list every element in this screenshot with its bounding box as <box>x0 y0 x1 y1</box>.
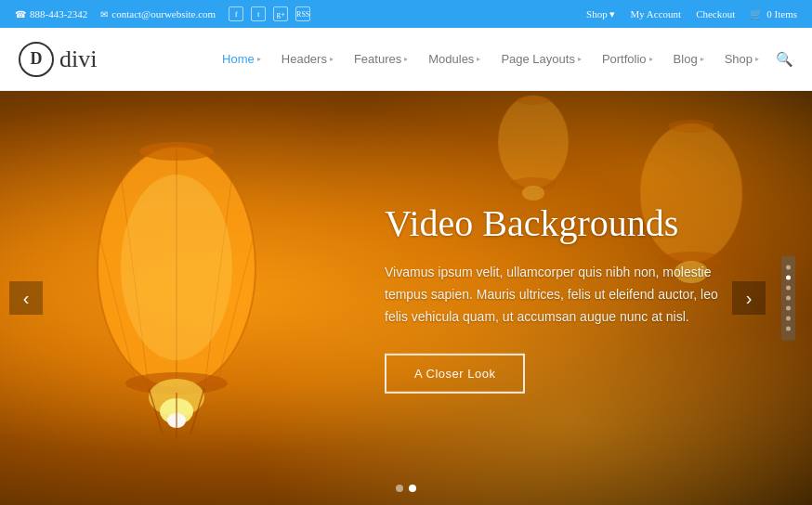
bg-lantern-top <box>487 91 580 202</box>
svg-point-12 <box>121 175 232 360</box>
vertical-dots <box>781 256 795 341</box>
facebook-icon[interactable]: f <box>229 6 243 21</box>
email-item: ✉ contact@ourwebsite.com <box>100 8 216 19</box>
vdot-4[interactable] <box>786 296 791 301</box>
nav-modules[interactable]: Modules ▸ <box>419 46 490 71</box>
logo-circle: D <box>19 42 54 77</box>
layouts-chevron: ▸ <box>578 55 582 63</box>
logo[interactable]: D divi <box>19 42 97 77</box>
shop-link[interactable]: Shop ▾ <box>586 8 615 20</box>
slide-description: Vivamus ipsum velit, ullamcorper quis ni… <box>385 262 738 328</box>
vdot-2[interactable] <box>786 276 791 280</box>
phone-item: ☎ 888-443-2342 <box>15 8 87 19</box>
logo-letter: D <box>31 49 43 69</box>
checkout-link[interactable]: Checkout <box>696 8 735 19</box>
cart-count: 0 Items <box>766 8 797 19</box>
cart-icon: 🛒 <box>750 8 763 20</box>
phone-icon: ☎ <box>15 9 26 19</box>
top-bar: ☎ 888-443-2342 ✉ contact@ourwebsite.com … <box>0 0 812 28</box>
search-icon[interactable]: 🔍 <box>776 51 793 68</box>
slide-dot-1[interactable] <box>396 485 403 492</box>
googleplus-icon[interactable]: g+ <box>273 6 288 21</box>
main-lantern <box>74 119 279 453</box>
hero-slider: ‹ Video Backgrounds Vivamus ipsum velit,… <box>0 91 812 505</box>
svg-point-7 <box>139 142 214 161</box>
nav-features[interactable]: Features ▸ <box>345 46 417 71</box>
phone-number: 888-443-2342 <box>30 8 87 19</box>
social-icons: f t g+ RSS <box>229 6 310 21</box>
nav-shop[interactable]: Shop ▸ <box>715 46 768 71</box>
nav-page-layouts[interactable]: Page Layouts ▸ <box>491 46 591 71</box>
logo-text: divi <box>59 45 97 73</box>
portfolio-chevron: ▸ <box>649 55 653 63</box>
slide-dots <box>396 485 416 492</box>
cart-wrap[interactable]: 🛒 0 Items <box>750 8 797 20</box>
rss-icon[interactable]: RSS <box>295 6 310 21</box>
slider-prev-button[interactable]: ‹ <box>9 281 43 315</box>
nav-portfolio[interactable]: Portfolio ▸ <box>593 46 662 71</box>
slide-dot-2[interactable] <box>409 485 416 492</box>
modules-chevron: ▸ <box>477 55 480 63</box>
home-chevron: ▸ <box>257 55 261 63</box>
shop-chevron: ▸ <box>755 55 759 63</box>
vdot-6[interactable] <box>786 317 791 321</box>
nav-links: Home ▸ Headers ▸ Features ▸ Modules ▸ Pa… <box>213 46 793 71</box>
headers-chevron: ▸ <box>330 55 334 63</box>
cta-button[interactable]: A Closer Look <box>385 354 525 394</box>
twitter-icon[interactable]: t <box>251 6 266 21</box>
nav-blog[interactable]: Blog ▸ <box>664 46 714 71</box>
nav-bar: D divi Home ▸ Headers ▸ Features ▸ Modul… <box>0 28 812 91</box>
mail-icon: ✉ <box>100 9 108 19</box>
slide-content: Video Backgrounds Vivamus ipsum velit, u… <box>385 202 738 394</box>
vdot-7[interactable] <box>786 327 791 331</box>
blog-chevron: ▸ <box>701 55 704 63</box>
top-bar-left: ☎ 888-443-2342 ✉ contact@ourwebsite.com … <box>15 6 310 21</box>
svg-point-20 <box>522 186 544 201</box>
email-link[interactable]: contact@ourwebsite.com <box>111 8 216 19</box>
account-link[interactable]: My Account <box>630 8 681 19</box>
vdot-3[interactable] <box>786 286 791 291</box>
slide-title: Video Backgrounds <box>385 202 738 245</box>
svg-point-18 <box>517 96 550 105</box>
features-chevron: ▸ <box>404 55 408 63</box>
nav-home[interactable]: Home ▸ <box>213 46 270 71</box>
vdot-5[interactable] <box>786 306 791 311</box>
top-bar-right: Shop ▾ My Account Checkout 🛒 0 Items <box>586 8 797 20</box>
vdot-1[interactable] <box>786 265 791 270</box>
nav-headers[interactable]: Headers ▸ <box>272 46 343 71</box>
slider-next-button[interactable]: › <box>732 281 766 315</box>
svg-point-23 <box>668 120 714 133</box>
